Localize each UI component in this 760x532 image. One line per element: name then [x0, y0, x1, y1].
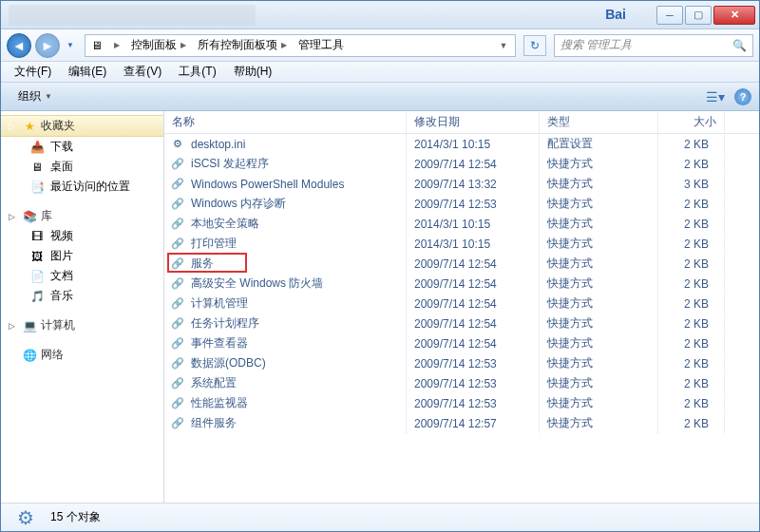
breadcrumb[interactable]: 所有控制面板项▶: [192, 35, 293, 56]
address-bar[interactable]: 🖥 ▶ 控制面板▶ 所有控制面板项▶ 管理工具 ▼: [85, 34, 516, 57]
file-type: 快捷方式: [540, 293, 658, 314]
sidebar-group-computer[interactable]: ▷ 💻 计算机: [1, 315, 163, 335]
file-row[interactable]: 🔗数据源(ODBC)2009/7/14 12:53快捷方式2 KB: [164, 353, 759, 373]
sidebar-item[interactable]: 🖥桌面: [1, 157, 163, 177]
file-type: 快捷方式: [540, 213, 658, 235]
file-name: desktop.ini: [191, 138, 245, 151]
sidebar-item-label: 最近访问的位置: [50, 179, 130, 195]
file-name: 计算机管理: [191, 295, 248, 312]
file-name: 打印管理: [191, 236, 237, 252]
view-options-button[interactable]: ☰▾: [706, 89, 725, 104]
file-name: 任务计划程序: [191, 315, 259, 332]
menu-edit[interactable]: 编辑(E): [61, 62, 114, 82]
file-icon: 🔗: [170, 396, 185, 411]
item-icon: 📥: [29, 140, 45, 155]
file-date: 2009/7/14 12:54: [407, 155, 540, 174]
search-icon: 🔍: [732, 39, 747, 52]
sidebar-item[interactable]: 📑最近访问的位置: [1, 177, 163, 197]
file-date: 2009/7/14 12:54: [407, 275, 540, 294]
file-row[interactable]: 🔗组件服务2009/7/14 12:57快捷方式2 KB: [164, 413, 759, 433]
file-row[interactable]: 🔗打印管理2014/3/1 10:15快捷方式2 KB: [164, 234, 759, 254]
sidebar-group-favorites[interactable]: ▷ ★ 收藏夹: [1, 115, 163, 137]
file-row[interactable]: 🔗Windows 内存诊断2009/7/14 12:53快捷方式2 KB: [164, 194, 759, 214]
file-type: 快捷方式: [540, 173, 658, 195]
file-size: 2 KB: [658, 294, 725, 314]
file-row[interactable]: 🔗服务2009/7/14 12:54快捷方式2 KB: [164, 254, 759, 274]
file-name: 数据源(ODBC): [191, 355, 266, 371]
star-icon: ★: [22, 119, 37, 134]
file-size: 2 KB: [658, 155, 725, 174]
file-row[interactable]: 🔗任务计划程序2009/7/14 12:54快捷方式2 KB: [164, 314, 759, 333]
sidebar-item[interactable]: 📥下载: [1, 137, 163, 157]
file-date: 2014/3/1 10:15: [407, 135, 540, 154]
file-row[interactable]: 🔗计算机管理2009/7/14 12:54快捷方式2 KB: [164, 294, 759, 314]
file-list[interactable]: 名称 修改日期 类型 大小 ⚙desktop.ini2014/3/1 10:15…: [164, 111, 759, 503]
sidebar-group-network[interactable]: ▷ 🌐 网络: [1, 345, 163, 365]
status-bar: ⚙ 15 个对象: [1, 503, 759, 531]
organize-button[interactable]: 组织▼: [9, 86, 62, 107]
breadcrumb[interactable]: 控制面板▶: [125, 35, 192, 56]
file-row[interactable]: 🔗系统配置2009/7/14 12:53快捷方式2 KB: [164, 373, 759, 393]
file-row[interactable]: 🔗性能监视器2009/7/14 12:53快捷方式2 KB: [164, 393, 759, 413]
file-row[interactable]: 🔗Windows PowerShell Modules2009/7/14 13:…: [164, 174, 759, 194]
file-row[interactable]: 🔗iSCSI 发起程序2009/7/14 12:54快捷方式2 KB: [164, 154, 759, 174]
search-input[interactable]: 搜索 管理工具 🔍: [554, 34, 753, 57]
column-size[interactable]: 大小: [658, 111, 725, 133]
file-date: 2014/3/1 10:15: [407, 215, 540, 234]
sidebar-item-label: 图片: [50, 248, 73, 264]
help-button[interactable]: ?: [734, 88, 751, 105]
minimize-button[interactable]: ─: [656, 6, 683, 25]
file-row[interactable]: 🔗高级安全 Windows 防火墙2009/7/14 12:54快捷方式2 KB: [164, 274, 759, 294]
file-icon: 🔗: [170, 376, 185, 391]
menu-help[interactable]: 帮助(H): [226, 62, 280, 82]
file-icon: ⚙: [170, 137, 185, 152]
breadcrumb[interactable]: 管理工具: [293, 35, 350, 56]
file-row[interactable]: 🔗事件查看器2009/7/14 12:54快捷方式2 KB: [164, 333, 759, 353]
refresh-button[interactable]: ↻: [523, 35, 546, 56]
file-type: 快捷方式: [540, 253, 658, 275]
file-icon: 🔗: [170, 336, 185, 352]
file-size: 2 KB: [658, 394, 725, 413]
file-date: 2009/7/14 12:53: [407, 394, 540, 413]
column-type[interactable]: 类型: [540, 111, 658, 133]
menu-tools[interactable]: 工具(T): [171, 62, 223, 82]
sidebar-item-label: 视频: [50, 228, 73, 244]
column-date[interactable]: 修改日期: [407, 111, 540, 133]
file-row[interactable]: ⚙desktop.ini2014/3/1 10:15配置设置2 KB: [164, 134, 759, 154]
file-name: Windows PowerShell Modules: [191, 178, 344, 191]
file-size: 3 KB: [658, 175, 725, 194]
maximize-button[interactable]: ▢: [685, 6, 712, 25]
back-button[interactable]: ◄: [7, 33, 31, 58]
file-row[interactable]: 🔗本地安全策略2014/3/1 10:15快捷方式2 KB: [164, 214, 759, 234]
sidebar-item[interactable]: 🎞视频: [1, 226, 163, 246]
file-date: 2009/7/14 12:57: [407, 414, 540, 433]
breadcrumb-root[interactable]: ▶: [104, 35, 125, 56]
forward-button[interactable]: ►: [35, 33, 60, 58]
address-dropdown[interactable]: ▼: [496, 41, 511, 50]
file-type: 快捷方式: [540, 352, 658, 374]
file-date: 2009/7/14 12:54: [407, 314, 540, 333]
file-icon: 🔗: [170, 356, 185, 371]
history-dropdown[interactable]: ▼: [64, 37, 77, 54]
file-size: 2 KB: [658, 195, 725, 214]
file-icon: 🔗: [170, 177, 185, 192]
sidebar-item[interactable]: 🖼图片: [1, 246, 163, 266]
sidebar-item-label: 音乐: [50, 288, 73, 304]
sidebar-group-libraries[interactable]: ▷ 📚 库: [1, 206, 163, 226]
item-icon: 🎵: [29, 289, 45, 304]
file-name: 事件查看器: [191, 335, 248, 352]
file-date: 2009/7/14 12:53: [407, 374, 540, 393]
file-size: 2 KB: [658, 255, 725, 274]
sidebar-item[interactable]: 🎵音乐: [1, 286, 163, 306]
menu-view[interactable]: 查看(V): [116, 62, 169, 82]
search-placeholder: 搜索 管理工具: [560, 37, 632, 53]
sidebar-item[interactable]: 📄文档: [1, 266, 163, 286]
item-icon: 🖥: [29, 160, 45, 175]
file-name: 服务: [191, 256, 214, 272]
column-name[interactable]: 名称: [164, 111, 407, 133]
file-type: 快捷方式: [540, 372, 658, 394]
file-icon: 🔗: [170, 416, 185, 431]
file-name: iSCSI 发起程序: [191, 156, 269, 172]
close-button[interactable]: ✕: [713, 6, 755, 25]
menu-file[interactable]: 文件(F): [7, 62, 59, 82]
